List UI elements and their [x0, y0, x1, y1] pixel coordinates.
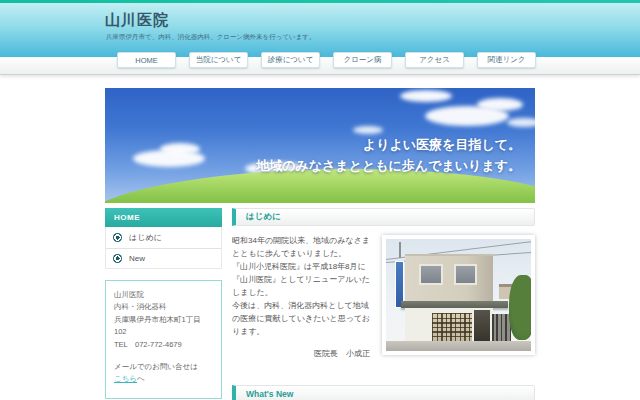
lattice-wall [432, 313, 471, 342]
intro-text: 昭和34年の開院以来、地域のみなさまとともに歩んでまいりました。 『山川小児科医… [232, 235, 374, 361]
tab-treatment[interactable]: 診療について [261, 52, 320, 68]
site-title: 山川医院 [105, 11, 169, 30]
entrance-door [474, 310, 490, 341]
clinic-building-photo [382, 235, 535, 355]
greenery [509, 275, 531, 340]
cloud-shape [353, 126, 383, 134]
site-subtitle: 兵庫県伊丹市で、内科、消化器内科、クローン病外来を行っています。 [106, 33, 316, 42]
sidebar-menu-title: HOME [105, 208, 222, 227]
intro-section-body: 昭和34年の開院以来、地域のみなさまとともに歩んでまいりました。 『山川小児科医… [232, 235, 535, 361]
hero-catchphrase: よりよい医療を目指して。 地域のみなさまとともに歩んでまいります。 [256, 134, 521, 177]
section-heading-intro: はじめに [232, 208, 535, 226]
intro-paragraph-1: 昭和34年の開院以来、地域のみなさまとともに歩んでまいりました。 [232, 235, 374, 261]
sidebar-item-label: New [129, 254, 145, 263]
tab-links[interactable]: 関連リンク [477, 52, 536, 68]
sidebar-item-label: はじめに [129, 232, 162, 243]
whats-new-section: What's New [232, 385, 535, 400]
clinic-tel: TEL 072-772-4679 [114, 339, 213, 351]
building-window [454, 264, 477, 285]
mail-inquiry-line: こちらへ [114, 373, 213, 385]
building-window [419, 264, 442, 285]
utility-pole [399, 242, 401, 258]
clinic-name: 山川医院 [114, 289, 213, 301]
section-heading-whats-new: What's New [232, 385, 535, 400]
intro-paragraph-2: 『山川小児科医院』は平成18年8月に『山川医院』としてリニューアルいたしました。 [232, 261, 374, 300]
director-signature: 医院長 小成正 [232, 348, 374, 361]
cloud-shape [400, 90, 452, 102]
cloud-shape [160, 143, 200, 155]
tab-access[interactable]: アクセス [405, 52, 464, 68]
tab-home[interactable]: HOME [117, 52, 176, 68]
sidebar-menu: はじめに New [105, 227, 222, 269]
clinic-building-photo-content [386, 239, 531, 351]
sidebar: HOME はじめに New 山川医院 内科・消化器科 兵庫県伊丹市柏木町1丁目1… [105, 208, 222, 399]
page: { "header": { "title": "山川医院", "subtitle… [0, 0, 640, 400]
main-nav: HOME 当院について 診療について クローン病 アクセス 関連リンク [117, 52, 536, 68]
hero-line-1: よりよい医療を目指して。 [256, 134, 521, 155]
mail-inquiry-link[interactable]: こちら [114, 374, 137, 383]
hero-banner: よりよい医療を目指して。 地域のみなさまとともに歩んでまいります。 [105, 88, 535, 203]
sidebar-item-new[interactable]: New [106, 249, 221, 268]
building-awning [401, 301, 508, 309]
clinic-address: 兵庫県伊丹市柏木町1丁目102 [114, 314, 213, 339]
mail-inquiry-text: メールでのお問い合せは [114, 361, 213, 373]
bullet-icon [113, 254, 122, 263]
intro-paragraph-3: 今後は、内科、消化器内科として地域の医療に貢献していきたいと思っております。 [232, 300, 374, 339]
spacer [114, 351, 213, 361]
hero-line-2: 地域のみなさまとともに歩んでまいります。 [256, 155, 521, 176]
entrance-gate [492, 314, 511, 341]
mail-inquiry-suffix: へ [137, 374, 145, 383]
tab-crohn[interactable]: クローン病 [333, 52, 392, 68]
site-header: 山川医院 兵庫県伊丹市で、内科、消化器内科、クローン病外来を行っています。 [0, 3, 640, 57]
clinic-departments: 内科・消化器科 [114, 301, 213, 313]
cloud-shape [507, 118, 535, 127]
street-ground [386, 341, 531, 351]
bullet-icon [113, 233, 122, 242]
building-upper-floor [405, 254, 493, 302]
cloud-shape [477, 98, 523, 111]
main-content: はじめに 昭和34年の開院以来、地域のみなさまとともに歩んでまいりました。 『山… [232, 208, 535, 361]
clinic-info-box: 山川医院 内科・消化器科 兵庫県伊丹市柏木町1丁目102 TEL 072-772… [105, 280, 222, 399]
sidebar-item-hajimeni[interactable]: はじめに [106, 227, 221, 249]
tab-about[interactable]: 当院について [189, 52, 248, 68]
